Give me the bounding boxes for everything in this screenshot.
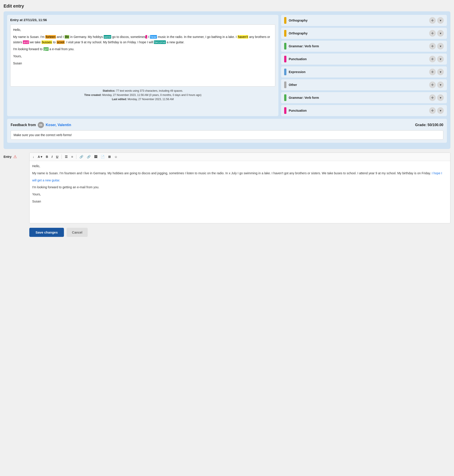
dropdown-icon-4[interactable]: ▾ [437, 68, 444, 75]
tb-unlink[interactable]: 🔗 [85, 154, 92, 159]
stats-line2: Time created: Monday, 27 November 2023, … [10, 93, 275, 97]
stats-line3: Last edited: Monday, 27 November 2023, 1… [10, 97, 275, 101]
editor-para-5: I'm looking forward to getting an e-mail… [32, 185, 447, 190]
avatar: VK [38, 122, 44, 128]
toolbar-divider-2 [76, 155, 76, 159]
entry-heading: Entry at 27/11/23, 11:56 [10, 18, 275, 22]
editor-content[interactable]: Hello, My name is Susan. I'm fourteen an… [30, 161, 450, 223]
tb-underline[interactable]: U [55, 154, 60, 159]
tb-emoji[interactable]: ☺ [113, 154, 119, 159]
color-bar-7 [284, 107, 286, 114]
entry-para-2: My name is Susan. I'm forteen and I life… [13, 34, 272, 45]
entry-para-5: Susan [13, 61, 272, 66]
toolbar-divider-1 [61, 155, 62, 159]
highlight-comma: , [145, 35, 147, 39]
error-item-2[interactable]: Grammar: Verb form ✛ ▾ [281, 41, 447, 52]
tb-indent[interactable]: ↓ [31, 154, 36, 159]
error-label-2: Grammar: Verb form [284, 43, 319, 50]
error-item-6[interactable]: Grammar: Verb form ✛ ▾ [281, 92, 447, 103]
move-icon-2[interactable]: ✛ [429, 43, 436, 50]
error-item-4[interactable]: Expression ✛ ▾ [281, 66, 447, 77]
entry-para-4: Yours, [13, 54, 272, 59]
error-label-1: Orthography [284, 30, 308, 37]
error-item-3[interactable]: Punctuation ✛ ▾ [281, 53, 447, 65]
tb-bullet-list[interactable]: ☰ [63, 154, 69, 159]
feedback-header: Feedback from VK Koser, Valentin Grade: … [11, 122, 443, 128]
error-label-7: Punctuation [284, 107, 307, 114]
error-label-text-6: Grammar: Verb form [289, 96, 319, 99]
error-item-1[interactable]: Orthography ✛ ▾ [281, 28, 447, 39]
highlight-life: life [65, 35, 69, 39]
move-icon-5[interactable]: ✛ [429, 82, 436, 88]
error-label-4: Expression [284, 68, 305, 75]
stats-area: Statistics: 77 text words using 373 char… [10, 89, 275, 102]
edit-label-col: Entry ⚠ [4, 152, 26, 159]
color-bar-2 [284, 43, 286, 50]
highlight-get: get [44, 47, 49, 51]
error-item-7[interactable]: Punctuation ✛ ▾ [281, 105, 447, 116]
dropdown-icon-5[interactable]: ▾ [437, 82, 444, 88]
tb-italic[interactable]: I [50, 154, 54, 159]
move-icon-7[interactable]: ✛ [429, 107, 436, 114]
error-item-0[interactable]: Orthography ✛ ▾ [281, 15, 447, 26]
error-label-text-7: Punctuation [289, 109, 307, 112]
dropdown-icon-0[interactable]: ▾ [437, 17, 444, 24]
error-label-text-2: Grammar: Verb form [289, 44, 319, 48]
move-icon-3[interactable]: ✛ [429, 56, 436, 62]
tb-table[interactable]: ⊞ [107, 154, 112, 159]
entry-para-1: Hello, [13, 27, 272, 33]
feedback-title: Feedback from VK Koser, Valentin [11, 122, 71, 128]
error-item-5[interactable]: Other ✛ ▾ [281, 79, 447, 90]
editor-para-7: Yours, [32, 192, 447, 197]
entry-text-box: Hello, My name is Susan. I'm forteen and… [10, 24, 275, 87]
required-icon: ⚠ [13, 154, 17, 159]
move-icon-4[interactable]: ✛ [429, 68, 436, 75]
grade-display: Grade: 50/100.00 [415, 123, 443, 127]
save-button[interactable]: Save changes [29, 228, 64, 237]
editor-para-3: will get a new guitar. [32, 178, 447, 183]
highlight-scool: scool [57, 40, 65, 44]
move-icon-1[interactable]: ✛ [429, 30, 436, 37]
dropdown-icon-2[interactable]: ▾ [437, 43, 444, 50]
error-label-text-4: Expression [289, 70, 305, 74]
entry-para-3: I'm looking forward to get a e-mail from… [13, 47, 272, 52]
highlight-busses: busses [42, 40, 52, 44]
feedback-row: Feedback from VK Koser, Valentin Grade: … [7, 119, 447, 143]
button-row: Save changes Cancel [4, 228, 450, 237]
tb-font[interactable]: A ▾ [36, 154, 44, 159]
tb-bold[interactable]: B [44, 154, 49, 159]
stats-line1: Statistics: 77 text words using 373 char… [10, 89, 275, 93]
top-row: Entry at 27/11/23, 11:56 Hello, My name … [7, 15, 447, 116]
tb-link[interactable]: 🔗 [78, 154, 85, 159]
edit-label: Entry [4, 155, 12, 159]
error-panel: Orthography ✛ ▾ Orthography ✛ ▾ Grammar:… [281, 15, 447, 116]
dropdown-icon-7[interactable]: ▾ [437, 107, 444, 114]
tb-ordered-list[interactable]: ≡ [70, 154, 74, 159]
editor-para-1: Hello, [32, 164, 447, 169]
editor-col: ↓ A ▾ B I U ☰ ≡ 🔗 🔗 🖼 📄 ⊞ ☺ Hello, My na… [29, 152, 450, 223]
feedback-name: Koser, Valentin [46, 123, 71, 127]
error-label-5: Other [284, 82, 297, 88]
dropdown-icon-6[interactable]: ▾ [437, 94, 444, 101]
move-icon-6[interactable]: ✛ [429, 94, 436, 101]
dropdown-icon-1[interactable]: ▾ [437, 30, 444, 37]
tb-file[interactable]: 📄 [99, 154, 106, 159]
color-bar-6 [284, 94, 286, 101]
tb-image[interactable]: 🖼 [93, 154, 98, 159]
highlight-were: were [104, 35, 111, 39]
color-bar-1 [284, 30, 286, 37]
error-label-text-0: Orthography [289, 19, 308, 22]
error-icons-5: ✛ ▾ [429, 82, 444, 88]
error-icons-3: ✛ ▾ [429, 56, 444, 62]
error-label-text-3: Punctuation [289, 57, 307, 61]
cancel-button[interactable]: Cancel [67, 228, 88, 237]
editor-para-2: My name is Susan. I'm fourteen and I liv… [32, 171, 447, 176]
error-icons-0: ✛ ▾ [429, 17, 444, 24]
move-icon-0[interactable]: ✛ [429, 17, 436, 24]
error-icons-4: ✛ ▾ [429, 68, 444, 75]
error-icons-7: ✛ ▾ [429, 107, 444, 114]
highlight-havent: haven't [238, 35, 249, 39]
highlight-forteen: forteen [45, 35, 56, 39]
dropdown-icon-3[interactable]: ▾ [437, 56, 444, 62]
error-label-text-5: Other [289, 83, 297, 87]
